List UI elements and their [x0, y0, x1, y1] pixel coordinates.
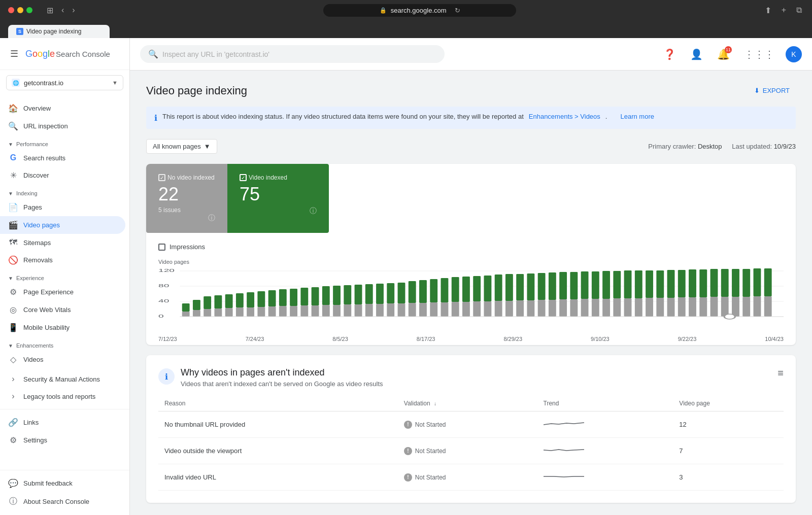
sidebar-item-overview[interactable]: 🏠 Overview: [0, 99, 125, 117]
date-3: 8/5/23: [332, 336, 348, 342]
sidebar-item-pages[interactable]: 📄 Pages: [0, 198, 125, 216]
notifications-button[interactable]: 🔔 11: [714, 45, 733, 63]
property-selector[interactable]: 🌐 getcontrast.io ▼: [6, 75, 123, 90]
section-performance[interactable]: ▼ Performance: [0, 135, 129, 149]
sidebar-item-settings[interactable]: ⚙ Settings: [0, 431, 125, 449]
right-panel: 🔍 Inspect any URL in 'getcontrast.io' ❓ …: [130, 38, 812, 515]
sidebar-item-links[interactable]: 🔗 Links: [0, 414, 125, 431]
svg-rect-14: [247, 307, 254, 317]
filter-label: All known pages: [153, 143, 201, 150]
indexing-arrow-icon: ▼: [8, 191, 13, 196]
validation-cell: ! Not Started: [398, 464, 537, 491]
svg-rect-25: [365, 304, 373, 317]
hamburger-button[interactable]: ☰: [8, 46, 20, 61]
sidebar-item-videos[interactable]: ◇ Videos: [0, 351, 125, 368]
main-content: Video page indexing ⬇ EXPORT ℹ This repo…: [130, 71, 812, 515]
forward-button[interactable]: ›: [70, 4, 77, 17]
svg-rect-108: [667, 270, 675, 298]
svg-rect-102: [602, 271, 610, 299]
svg-rect-24: [355, 304, 362, 317]
close-button[interactable]: [8, 7, 14, 13]
sidebar-item-sitemaps[interactable]: 🗺 Sitemaps: [0, 234, 125, 251]
svg-rect-67: [225, 294, 233, 308]
back-button[interactable]: ‹: [59, 4, 66, 17]
trend-line-3: [544, 471, 584, 482]
not-started-badge: ! Not Started: [404, 473, 531, 482]
sort-icon: ↓: [434, 401, 436, 406]
svg-rect-75: [312, 287, 319, 305]
sidebar-item-about[interactable]: ⓘ About Search Console: [0, 492, 125, 511]
info-banner: ℹ This report is about video indexing st…: [146, 107, 796, 129]
table-row[interactable]: Video outside the viewport ! Not Started: [158, 438, 784, 464]
table-row[interactable]: No thumbnail URL provided ! Not Started: [158, 411, 784, 438]
not-started-badge: ! Not Started: [404, 447, 531, 455]
section-indexing[interactable]: ▼ Indexing: [0, 184, 129, 198]
reason-cell: Video outside the viewport: [158, 438, 398, 464]
sidebar-item-submit-feedback[interactable]: 💬 Submit feedback: [0, 474, 125, 492]
svg-rect-62: [764, 296, 772, 317]
svg-rect-90: [473, 276, 481, 301]
date-4: 8/17/23: [417, 336, 435, 342]
enhancements-videos-link[interactable]: Enhancements > Videos: [529, 113, 600, 120]
svg-rect-115: [742, 269, 750, 297]
all-known-pages-dropdown[interactable]: All known pages ▼: [146, 139, 217, 154]
performance-arrow-icon: ▼: [8, 142, 13, 147]
svg-rect-44: [570, 299, 578, 317]
col-reason: Reason: [158, 396, 398, 411]
share-search-button[interactable]: 👤: [687, 45, 706, 63]
fullscreen-button[interactable]: [26, 7, 32, 13]
windows-button[interactable]: ⧉: [794, 4, 804, 17]
active-tab[interactable]: S Video page indexing: [8, 25, 110, 38]
trend-cell: [537, 411, 673, 438]
svg-rect-58: [721, 297, 729, 317]
svg-rect-47: [602, 299, 610, 317]
reload-icon[interactable]: ↻: [455, 7, 460, 14]
section-experience[interactable]: ▼ Experience: [0, 269, 129, 283]
sidebar-item-page-experience[interactable]: ⚙ Page Experience: [0, 283, 125, 301]
search-placeholder: Inspect any URL in 'getcontrast.io': [162, 50, 436, 58]
url-search-box[interactable]: 🔍 Inspect any URL in 'getcontrast.io': [140, 45, 445, 63]
sidebar-item-legacy[interactable]: › Legacy tools and reports: [0, 388, 125, 405]
svg-rect-15: [257, 307, 265, 317]
export-button[interactable]: ⬇ EXPORT: [748, 83, 796, 98]
sidebar-item-video-pages[interactable]: 🎬 Video pages: [0, 216, 125, 234]
new-tab-button[interactable]: +: [780, 4, 788, 17]
core-web-vitals-icon: ◎: [8, 305, 18, 315]
about-icon: ⓘ: [8, 496, 18, 507]
issues-subtitle: Videos that aren't indexed can't be serv…: [181, 380, 383, 388]
minimize-button[interactable]: [17, 7, 23, 13]
impressions-toggle[interactable]: Impressions: [158, 243, 784, 251]
table-row[interactable]: Invalid video URL ! Not Started: [158, 464, 784, 491]
date-2: 7/24/23: [246, 336, 264, 342]
tab-title: Video page indexing: [26, 28, 82, 35]
logo-g-yellow: o: [38, 49, 43, 59]
avatar[interactable]: K: [786, 46, 802, 62]
sidebar-item-discover[interactable]: ✳ Discover: [0, 166, 125, 184]
sidebar-item-url-inspection[interactable]: 🔍 URL inspection: [0, 117, 125, 135]
page-experience-icon: ⚙: [8, 287, 18, 297]
learn-more-link[interactable]: Learn more: [620, 113, 654, 120]
sidebar-item-security[interactable]: › Security & Manual Actions: [0, 370, 125, 388]
not-started-badge: ! Not Started: [404, 421, 531, 429]
svg-rect-113: [721, 269, 729, 297]
sidebar-label-page-experience: Page Experience: [23, 288, 74, 296]
issues-header: ℹ Why videos in pages aren't indexed Vid…: [158, 367, 784, 388]
section-enhancements[interactable]: ▼ Enhancements: [0, 336, 129, 351]
help-button[interactable]: ❓: [660, 45, 679, 63]
sidebar-item-core-web-vitals[interactable]: ◎ Core Web Vitals: [0, 301, 125, 319]
svg-rect-79: [355, 285, 362, 304]
sidebar-label-search-results: Search results: [23, 154, 65, 162]
apps-button[interactable]: ⋮⋮⋮: [741, 45, 777, 63]
sidebar-item-search-results[interactable]: G Search results: [0, 149, 125, 166]
video-indexed-info-icon: ⓘ: [310, 207, 317, 216]
svg-rect-100: [581, 271, 589, 299]
issues-title-area: Why videos in pages aren't indexed Video…: [181, 367, 383, 388]
svg-rect-11: [214, 308, 222, 317]
sidebar-item-removals[interactable]: 🚫 Removals: [0, 251, 125, 269]
sidebar-toggle-button[interactable]: ⊞: [45, 4, 55, 17]
sidebar-item-mobile-usability[interactable]: 📱 Mobile Usability: [0, 319, 125, 336]
svg-rect-72: [279, 289, 287, 306]
share-button[interactable]: ⬆: [763, 4, 773, 17]
video-indexed-card: ✓ Video indexed 75 ⓘ: [227, 164, 329, 233]
issues-filter-button[interactable]: ≡: [777, 367, 784, 379]
